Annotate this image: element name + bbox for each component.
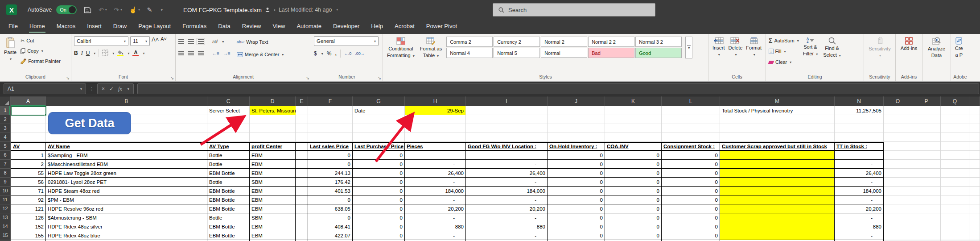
excel-logo-icon[interactable]: X — [6, 4, 17, 15]
cell-E15[interactable] — [296, 231, 308, 240]
cell-L13[interactable]: 0 — [662, 213, 720, 222]
cell-N8[interactable]: 26,400 — [835, 169, 884, 178]
cell-M15[interactable] — [720, 231, 835, 240]
undo-button[interactable]: ↶▾ — [99, 6, 107, 13]
cut-button[interactable]: ✂Cut — [21, 36, 61, 45]
cell-H12[interactable]: 20,200 — [405, 204, 466, 213]
cell-x1815[interactable] — [969, 231, 980, 240]
cell-J10[interactable]: 0 — [548, 187, 605, 195]
column-header-B[interactable]: B — [46, 96, 207, 106]
cell-O5[interactable] — [884, 142, 912, 151]
cell-I11[interactable]: - — [466, 195, 548, 204]
cell-O13[interactable] — [884, 213, 912, 222]
cell-O7[interactable] — [884, 160, 912, 169]
column-header-P[interactable]: P — [912, 96, 941, 106]
cell-J2[interactable] — [548, 115, 605, 124]
cell-Q7[interactable] — [941, 160, 969, 169]
cell-C15[interactable]: EBM Bottle — [207, 231, 250, 240]
cell-G15[interactable]: 0 — [353, 231, 405, 240]
cell-G12[interactable]: 0 — [353, 204, 405, 213]
column-header-O[interactable]: O — [884, 96, 912, 106]
cell-D6[interactable]: EBM — [250, 151, 296, 160]
row-header-14[interactable]: 14 — [0, 222, 11, 231]
cell-I1[interactable] — [466, 106, 548, 115]
cell-L10[interactable]: 0 — [662, 187, 720, 195]
fill-button[interactable]: ↓Fill▾ — [769, 47, 799, 56]
cell-I2[interactable] — [466, 115, 548, 124]
cell-C14[interactable]: EBM Bottle — [207, 222, 250, 231]
menu-tab-home[interactable]: Home — [24, 20, 51, 34]
cell-G8[interactable]: 0 — [353, 169, 405, 178]
cell-F4[interactable] — [308, 133, 353, 142]
cell-D15[interactable]: EBM — [250, 231, 296, 240]
cell-E11[interactable] — [296, 195, 308, 204]
cell-J11[interactable]: 0 — [548, 195, 605, 204]
cell-H14[interactable]: 880 — [405, 222, 466, 231]
cell-L1[interactable] — [662, 106, 720, 115]
row-header-5[interactable]: 5 — [0, 142, 11, 151]
cell-H13[interactable]: - — [405, 213, 466, 222]
enter-formula-button[interactable]: ✓ — [109, 86, 114, 92]
cell-N5[interactable]: TT in Stock : — [835, 142, 884, 151]
cell-N2[interactable] — [835, 115, 884, 124]
cell-x1812[interactable] — [969, 204, 980, 213]
cell-B4[interactable] — [46, 133, 207, 142]
menu-tab-developer[interactable]: Developer — [327, 20, 365, 34]
cell-I8[interactable]: 26,400 — [466, 169, 548, 178]
cell-E8[interactable] — [296, 169, 308, 178]
cell-Q2[interactable] — [941, 115, 969, 124]
cell-M10[interactable] — [720, 187, 835, 195]
cell-K6[interactable]: 0 — [605, 151, 662, 160]
copy-button[interactable]: Copy▾ — [21, 46, 61, 55]
cell-N1[interactable]: 11,257,505 — [835, 106, 884, 115]
menu-tab-page-layout[interactable]: Page Layout — [132, 20, 177, 34]
cell-N14[interactable]: 880 — [835, 222, 884, 231]
cell-A13[interactable]: 126 — [11, 213, 46, 222]
fill-color-button[interactable] — [117, 50, 124, 56]
cell-N6[interactable]: - — [835, 151, 884, 160]
cell-K15[interactable]: 0 — [605, 231, 662, 240]
cell-N12[interactable]: 20,200 — [835, 204, 884, 213]
cell-D4[interactable] — [250, 133, 296, 142]
menu-tab-file[interactable]: File — [3, 20, 24, 34]
column-header-E[interactable]: E — [296, 96, 308, 106]
cell-O8[interactable] — [884, 169, 912, 178]
cell-H3[interactable] — [405, 124, 466, 133]
cell-G14[interactable]: 0 — [353, 222, 405, 231]
cell-L4[interactable] — [662, 133, 720, 142]
cell-F11[interactable]: 0 — [308, 195, 353, 204]
cell-E14[interactable] — [296, 222, 308, 231]
column-header-partial[interactable] — [969, 96, 980, 106]
paste-button[interactable]: Paste ▾ — [3, 36, 18, 63]
cell-F5[interactable]: Last sales Price — [308, 142, 353, 151]
cell-H8[interactable]: 26,400 — [405, 169, 466, 178]
column-header-M[interactable]: M — [720, 96, 835, 106]
percent-style-button[interactable]: % — [327, 50, 332, 57]
cell-A15[interactable]: 155 — [11, 231, 46, 240]
cell-N13[interactable]: - — [835, 213, 884, 222]
cell-G10[interactable]: 0 — [353, 187, 405, 195]
cell-x182[interactable] — [969, 115, 980, 124]
cell-A2[interactable] — [11, 115, 46, 124]
increase-font-button[interactable]: A˄ — [152, 36, 159, 46]
menu-tab-automate[interactable]: Automate — [291, 20, 327, 34]
wrap-text-button[interactable]: ab↩Wrap Text — [237, 37, 284, 46]
cell-Q10[interactable] — [941, 187, 969, 195]
column-header-H[interactable]: H — [405, 96, 466, 106]
cell-O4[interactable] — [884, 133, 912, 142]
select-all-corner[interactable] — [0, 96, 11, 106]
decrease-font-button[interactable]: A˅ — [161, 36, 167, 46]
cell-H5[interactable]: Pieces — [405, 142, 466, 151]
cell-A5[interactable]: AV — [11, 142, 46, 151]
cell-Q12[interactable] — [941, 204, 969, 213]
cell-C5[interactable]: AV Type — [207, 142, 250, 151]
cell-x181[interactable] — [969, 106, 980, 115]
cell-L15[interactable]: 0 — [662, 231, 720, 240]
cell-F6[interactable]: 0 — [308, 151, 353, 160]
cell-B9[interactable]: 0291881- Lysol 28oz PET — [46, 178, 207, 187]
cell-H7[interactable]: - — [405, 160, 466, 169]
clipboard-dialog-launcher[interactable]: ↘ — [66, 76, 70, 80]
cell-x187[interactable] — [969, 160, 980, 169]
cell-O15[interactable] — [884, 231, 912, 240]
cell-N3[interactable] — [835, 124, 884, 133]
